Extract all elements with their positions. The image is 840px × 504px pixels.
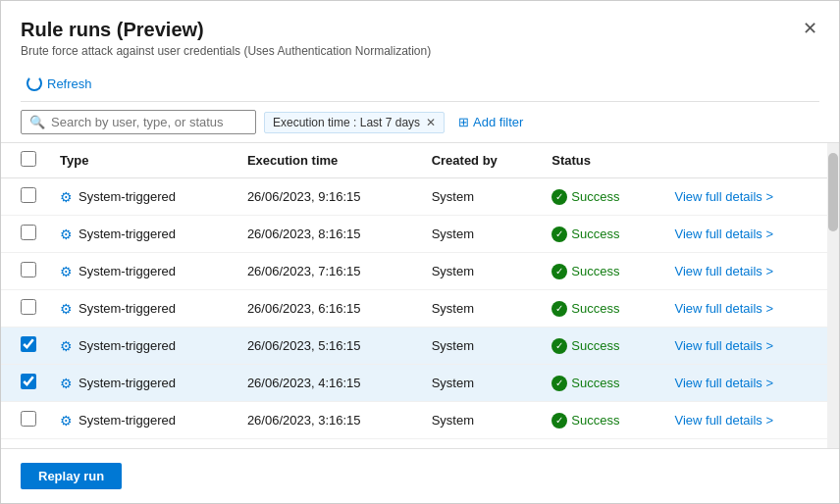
row-checkbox[interactable] bbox=[21, 336, 36, 352]
row-execution-time: 26/06/2023, 6:16:15 bbox=[236, 290, 420, 328]
row-created-by: System bbox=[420, 253, 541, 290]
execution-time-filter-tag: Execution time : Last 7 days ✕ bbox=[264, 112, 445, 133]
type-label: System-triggered bbox=[79, 376, 176, 390]
type-label: System-triggered bbox=[79, 301, 176, 316]
table-row: ⚙ System-triggered 26/06/2023, 5:16:15 S… bbox=[1, 328, 827, 365]
row-checkbox-cell bbox=[1, 402, 48, 439]
view-full-details-link[interactable]: View full details > bbox=[674, 413, 773, 428]
type-label: System-triggered bbox=[79, 264, 176, 278]
table-row: ⚙ System-triggered 26/06/2023, 8:16:15 S… bbox=[1, 216, 827, 253]
success-icon: ✓ bbox=[551, 227, 567, 242]
row-view-link[interactable]: View full details > bbox=[662, 216, 827, 253]
table-header-row: Type Execution time Created by Status bbox=[1, 143, 827, 178]
success-icon: ✓ bbox=[551, 189, 567, 205]
toolbar: Refresh bbox=[1, 62, 839, 101]
status-label: Success bbox=[571, 264, 619, 278]
col-checkbox bbox=[1, 143, 48, 178]
close-button[interactable]: ✕ bbox=[796, 15, 823, 42]
row-created-by: System bbox=[420, 328, 541, 365]
view-full-details-link[interactable]: View full details > bbox=[674, 376, 773, 390]
view-full-details-link[interactable]: View full details > bbox=[674, 264, 773, 278]
row-view-link[interactable]: View full details > bbox=[662, 365, 827, 402]
row-checkbox[interactable] bbox=[21, 374, 36, 389]
search-box[interactable]: 🔍 bbox=[21, 110, 256, 134]
row-view-link[interactable]: View full details > bbox=[662, 178, 827, 216]
row-type: ⚙ System-triggered bbox=[48, 290, 236, 328]
status-label: Success bbox=[571, 227, 619, 241]
row-checkbox-cell bbox=[1, 178, 48, 216]
filter-bar: 🔍 Execution time : Last 7 days ✕ ⊞ Add f… bbox=[1, 102, 839, 143]
gear-icon: ⚙ bbox=[60, 264, 73, 279]
dialog-header: Rule runs (Preview) Brute force attack a… bbox=[1, 1, 839, 62]
row-checkbox[interactable] bbox=[21, 411, 36, 427]
row-type: ⚙ System-triggered bbox=[48, 253, 236, 290]
view-full-details-link[interactable]: View full details > bbox=[674, 227, 773, 241]
row-checkbox-cell bbox=[1, 290, 48, 328]
row-execution-time: 26/06/2023, 7:16:15 bbox=[236, 253, 420, 290]
row-checkbox[interactable] bbox=[21, 299, 36, 315]
row-created-by: System bbox=[420, 178, 541, 216]
view-full-details-link[interactable]: View full details > bbox=[674, 338, 773, 353]
select-all-checkbox[interactable] bbox=[21, 151, 36, 167]
replay-run-button[interactable]: Replay run bbox=[21, 463, 122, 489]
runs-table: Type Execution time Created by Status ⚙ … bbox=[1, 143, 827, 439]
view-full-details-link[interactable]: View full details > bbox=[674, 189, 773, 204]
row-checkbox[interactable] bbox=[21, 187, 36, 203]
table-row: ⚙ System-triggered 26/06/2023, 9:16:15 S… bbox=[1, 178, 827, 216]
scrollbar-thumb[interactable] bbox=[828, 153, 838, 231]
col-created-by: Created by bbox=[420, 143, 541, 178]
success-icon: ✓ bbox=[551, 338, 567, 354]
status-label: Success bbox=[571, 338, 619, 353]
row-checkbox[interactable] bbox=[21, 225, 36, 240]
row-view-link[interactable]: View full details > bbox=[662, 253, 827, 290]
row-checkbox[interactable] bbox=[21, 262, 36, 277]
row-status: ✓ Success bbox=[540, 290, 662, 328]
gear-icon: ⚙ bbox=[60, 338, 73, 354]
filter-icon: ⊞ bbox=[458, 115, 469, 129]
row-status: ✓ Success bbox=[540, 402, 662, 439]
filter-tag-remove[interactable]: ✕ bbox=[426, 117, 436, 128]
refresh-button[interactable]: Refresh bbox=[21, 72, 98, 95]
row-type: ⚙ System-triggered bbox=[48, 328, 236, 365]
success-icon: ✓ bbox=[551, 264, 567, 279]
refresh-label: Refresh bbox=[47, 76, 92, 91]
type-label: System-triggered bbox=[79, 227, 176, 241]
table-row: ⚙ System-triggered 26/06/2023, 7:16:15 S… bbox=[1, 253, 827, 290]
type-label: System-triggered bbox=[79, 413, 176, 428]
row-status: ✓ Success bbox=[540, 216, 662, 253]
col-type: Type bbox=[48, 143, 236, 178]
search-input[interactable] bbox=[51, 115, 247, 129]
col-status: Status bbox=[540, 143, 662, 178]
row-view-link[interactable]: View full details > bbox=[662, 402, 827, 439]
rule-runs-dialog: Rule runs (Preview) Brute force attack a… bbox=[0, 0, 840, 504]
gear-icon: ⚙ bbox=[60, 227, 73, 242]
view-full-details-link[interactable]: View full details > bbox=[674, 301, 773, 316]
row-execution-time: 26/06/2023, 9:16:15 bbox=[236, 178, 420, 216]
row-checkbox-cell bbox=[1, 253, 48, 290]
row-status: ✓ Success bbox=[540, 178, 662, 216]
status-label: Success bbox=[571, 189, 619, 204]
table-row: ⚙ System-triggered 26/06/2023, 6:16:15 S… bbox=[1, 290, 827, 328]
table-row: ⚙ System-triggered 26/06/2023, 4:16:15 S… bbox=[1, 365, 827, 402]
scrollbar-track[interactable] bbox=[827, 143, 839, 448]
gear-icon: ⚙ bbox=[60, 376, 73, 391]
status-label: Success bbox=[571, 301, 619, 316]
row-created-by: System bbox=[420, 290, 541, 328]
search-icon: 🔍 bbox=[29, 115, 45, 129]
dialog-title: Rule runs (Preview) bbox=[21, 19, 819, 41]
col-actions bbox=[662, 143, 827, 178]
row-view-link[interactable]: View full details > bbox=[662, 290, 827, 328]
status-label: Success bbox=[571, 376, 619, 390]
row-view-link[interactable]: View full details > bbox=[662, 328, 827, 365]
refresh-icon bbox=[26, 76, 42, 91]
gear-icon: ⚙ bbox=[60, 189, 73, 205]
type-label: System-triggered bbox=[79, 189, 176, 204]
row-checkbox-cell bbox=[1, 365, 48, 402]
add-filter-button[interactable]: ⊞ Add filter bbox=[452, 112, 529, 132]
row-status: ✓ Success bbox=[540, 328, 662, 365]
dialog-footer: Replay run bbox=[1, 448, 839, 503]
row-execution-time: 26/06/2023, 3:16:15 bbox=[236, 402, 420, 439]
table-row: ⚙ System-triggered 26/06/2023, 3:16:15 S… bbox=[1, 402, 827, 439]
dialog-subtitle: Brute force attack against user credenti… bbox=[21, 44, 819, 58]
type-label: System-triggered bbox=[79, 338, 176, 353]
